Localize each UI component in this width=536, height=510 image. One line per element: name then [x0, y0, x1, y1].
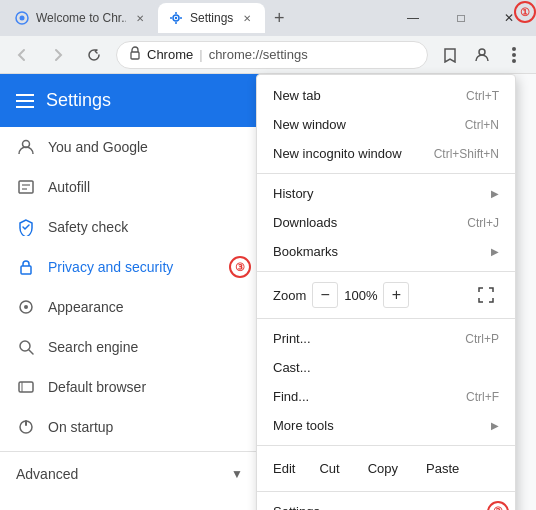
sidebar-title: Settings — [46, 90, 111, 111]
sidebar-item-on-startup-label: On startup — [48, 419, 113, 435]
sidebar-item-you-and-google[interactable]: You and Google — [0, 127, 259, 167]
svg-point-3 — [175, 17, 177, 19]
context-menu: New tab Ctrl+T New window Ctrl+N New inc… — [256, 74, 516, 510]
sidebar-item-appearance[interactable]: Appearance — [0, 287, 259, 327]
cast-label: Cast... — [273, 360, 311, 375]
tab-settings-close[interactable]: ✕ — [239, 10, 255, 26]
address-separator: | — [199, 47, 202, 62]
sidebar-item-autofill[interactable]: Autofill — [0, 167, 259, 207]
sidebar-divider — [0, 451, 259, 452]
on-startup-icon — [16, 417, 36, 437]
menu-separator-4 — [257, 445, 515, 446]
safety-check-icon — [16, 217, 36, 237]
edit-row: Edit Cut Copy Paste — [257, 451, 515, 486]
minimize-button[interactable]: — — [390, 4, 436, 32]
svg-rect-14 — [21, 266, 31, 274]
search-icon — [16, 337, 36, 357]
print-label: Print... — [273, 331, 311, 346]
cut-button[interactable]: Cut — [307, 457, 351, 480]
sidebar-item-search-engine[interactable]: Search engine — [0, 327, 259, 367]
address-lock-icon — [129, 46, 141, 63]
sidebar-item-autofill-label: Autofill — [48, 179, 90, 195]
window-close-button[interactable]: ✕ ① — [486, 4, 532, 32]
menu-item-print[interactable]: Print... Ctrl+P — [257, 324, 515, 353]
menu-item-more-tools[interactable]: More tools ▶ — [257, 411, 515, 440]
sidebar-item-default-browser[interactable]: Default browser — [0, 367, 259, 407]
tab-settings[interactable]: Settings ✕ — [158, 3, 265, 33]
annotation-2: ② — [487, 501, 509, 511]
new-tab-shortcut: Ctrl+T — [466, 89, 499, 103]
history-label: History — [273, 186, 313, 201]
new-window-label: New window — [273, 117, 346, 132]
zoom-label: Zoom — [273, 288, 306, 303]
downloads-label: Downloads — [273, 215, 337, 230]
appearance-icon — [16, 297, 36, 317]
print-shortcut: Ctrl+P — [465, 332, 499, 346]
address-site: Chrome — [147, 47, 193, 62]
chrome-favicon-icon — [14, 10, 30, 26]
svg-point-9 — [479, 49, 485, 55]
tab-welcome-label: Welcome to Chr... — [36, 11, 126, 25]
new-tab-button[interactable]: + — [265, 4, 293, 32]
menu-item-cast[interactable]: Cast... — [257, 353, 515, 382]
sidebar-item-safety-check[interactable]: Safety check — [0, 207, 259, 247]
zoom-value: 100% — [344, 288, 377, 303]
forward-button[interactable] — [44, 41, 72, 69]
address-bar-input[interactable]: Chrome | chrome://settings — [116, 41, 428, 69]
sidebar-item-default-browser-label: Default browser — [48, 379, 146, 395]
more-tools-arrow-icon: ▶ — [491, 420, 499, 431]
history-arrow-icon: ▶ — [491, 188, 499, 199]
sidebar-advanced[interactable]: Advanced ▼ — [0, 456, 259, 492]
new-incognito-shortcut: Ctrl+Shift+N — [434, 147, 499, 161]
new-incognito-label: New incognito window — [273, 146, 402, 161]
address-actions — [436, 41, 528, 69]
sidebar: Settings You and Google Autofill Safety … — [0, 74, 260, 510]
chevron-down-icon: ▼ — [231, 467, 243, 481]
bookmarks-arrow-icon: ▶ — [491, 246, 499, 257]
edit-label: Edit — [273, 461, 295, 476]
privacy-icon — [16, 257, 36, 277]
sidebar-item-safety-check-label: Safety check — [48, 219, 128, 235]
svg-point-1 — [20, 16, 25, 21]
sidebar-item-appearance-label: Appearance — [48, 299, 124, 315]
zoom-in-button[interactable]: + — [383, 282, 409, 308]
menu-item-bookmarks[interactable]: Bookmarks ▶ — [257, 237, 515, 266]
menu-button[interactable] — [500, 41, 528, 69]
menu-item-settings[interactable]: Settings ② — [257, 497, 515, 510]
sidebar-item-privacy-label: Privacy and security — [48, 259, 173, 275]
back-button[interactable] — [8, 41, 36, 69]
menu-item-new-window[interactable]: New window Ctrl+N — [257, 110, 515, 139]
tab-welcome-close[interactable]: ✕ — [132, 10, 148, 26]
menu-separator-5 — [257, 491, 515, 492]
copy-button[interactable]: Copy — [356, 457, 410, 480]
new-tab-label: New tab — [273, 88, 321, 103]
svg-rect-8 — [131, 52, 139, 59]
menu-item-downloads[interactable]: Downloads Ctrl+J — [257, 208, 515, 237]
sidebar-item-on-startup[interactable]: On startup — [0, 407, 259, 447]
svg-rect-19 — [19, 382, 33, 392]
bookmark-button[interactable] — [436, 41, 464, 69]
hamburger-button[interactable] — [16, 94, 34, 108]
menu-separator-2 — [257, 271, 515, 272]
downloads-shortcut: Ctrl+J — [467, 216, 499, 230]
tab-welcome[interactable]: Welcome to Chr... ✕ — [4, 3, 158, 33]
svg-line-18 — [29, 350, 33, 354]
svg-rect-11 — [19, 181, 33, 193]
find-label: Find... — [273, 389, 309, 404]
tab-settings-label: Settings — [190, 11, 233, 25]
advanced-label: Advanced — [16, 466, 78, 482]
menu-item-new-tab[interactable]: New tab Ctrl+T — [257, 81, 515, 110]
menu-item-find[interactable]: Find... Ctrl+F — [257, 382, 515, 411]
zoom-fullscreen-button[interactable] — [473, 282, 499, 308]
address-url: chrome://settings — [209, 47, 308, 62]
refresh-button[interactable] — [80, 41, 108, 69]
sidebar-header: Settings — [0, 74, 259, 127]
menu-item-history[interactable]: History ▶ — [257, 179, 515, 208]
maximize-button[interactable]: □ — [438, 4, 484, 32]
menu-item-new-incognito[interactable]: New incognito window Ctrl+Shift+N — [257, 139, 515, 168]
zoom-out-button[interactable]: − — [312, 282, 338, 308]
sidebar-item-privacy[interactable]: Privacy and security ③ — [0, 247, 259, 287]
paste-button[interactable]: Paste — [414, 457, 471, 480]
profile-button[interactable] — [468, 41, 496, 69]
titlebar: Welcome to Chr... ✕ Settings ✕ + — □ — [0, 0, 536, 36]
